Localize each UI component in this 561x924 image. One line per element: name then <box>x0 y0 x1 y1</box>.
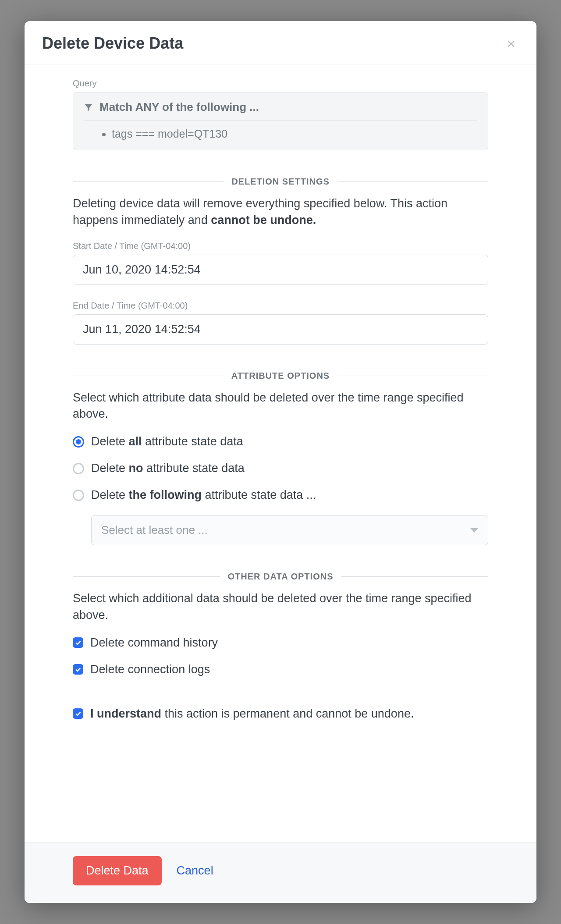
modal-body: Query Match ANY of the following ... tag… <box>25 64 536 842</box>
start-date-label: Start Date / Time (GMT-04:00) <box>73 241 488 251</box>
radio-icon[interactable] <box>73 490 84 501</box>
checkbox-icon[interactable] <box>73 637 83 648</box>
deletion-description: Deleting device data will remove everyth… <box>73 195 488 229</box>
query-box: Match ANY of the following ... tags === … <box>73 92 488 150</box>
section-title: ATTRIBUTE OPTIONS <box>231 371 330 381</box>
radio-icon[interactable] <box>73 436 84 448</box>
radio-delete-following[interactable]: Delete the following attribute state dat… <box>73 488 488 502</box>
delete-device-data-modal: Delete Device Data × Query Match ANY of … <box>25 21 536 903</box>
end-date-input[interactable] <box>73 314 488 345</box>
checkbox-label: Delete connection logs <box>90 663 210 676</box>
radio-label: Delete the following attribute state dat… <box>91 488 316 502</box>
attribute-select[interactable]: Select at least one ... <box>91 515 488 545</box>
query-rule: tags === model=QT130 <box>112 128 477 140</box>
close-icon[interactable]: × <box>503 34 519 53</box>
modal-footer: Delete Data Cancel <box>25 842 536 903</box>
checkbox-icon[interactable] <box>73 708 83 719</box>
consent-text: I understand this action is permanent an… <box>90 707 414 721</box>
section-title: OTHER DATA OPTIONS <box>228 572 334 582</box>
radio-delete-all[interactable]: Delete all attribute state data <box>73 435 488 448</box>
filter-icon <box>84 103 93 112</box>
checkbox-icon[interactable] <box>73 664 83 675</box>
query-match-text: Match ANY of the following ... <box>99 100 259 114</box>
chevron-down-icon <box>470 528 478 533</box>
checkbox-consent[interactable]: I understand this action is permanent an… <box>73 707 488 721</box>
delete-data-button[interactable]: Delete Data <box>73 856 162 885</box>
checkbox-connection-logs[interactable]: Delete connection logs <box>73 663 488 676</box>
modal-header: Delete Device Data × <box>25 21 536 64</box>
checkbox-label: Delete command history <box>90 636 218 650</box>
section-title: DELETION SETTINGS <box>231 177 330 187</box>
radio-label: Delete no attribute state data <box>91 462 245 475</box>
end-date-label: End Date / Time (GMT-04:00) <box>73 301 488 311</box>
start-date-input[interactable] <box>73 255 488 285</box>
section-divider-attributes: ATTRIBUTE OPTIONS <box>73 371 488 381</box>
modal-title: Delete Device Data <box>42 34 183 53</box>
radio-icon[interactable] <box>73 463 84 474</box>
query-rule-list: tags === model=QT130 <box>84 128 477 140</box>
attributes-description: Select which attribute data should be de… <box>73 390 488 423</box>
query-summary: Match ANY of the following ... <box>84 100 477 121</box>
query-label: Query <box>73 78 488 89</box>
section-divider-deletion: DELETION SETTINGS <box>73 177 488 187</box>
attribute-select-placeholder: Select at least one ... <box>101 523 208 537</box>
radio-delete-none[interactable]: Delete no attribute state data <box>73 462 488 475</box>
cancel-button[interactable]: Cancel <box>177 864 213 878</box>
checkbox-command-history[interactable]: Delete command history <box>73 636 488 650</box>
other-description: Select which additional data should be d… <box>73 590 488 624</box>
section-divider-other: OTHER DATA OPTIONS <box>73 572 488 582</box>
radio-label: Delete all attribute state data <box>91 435 243 448</box>
